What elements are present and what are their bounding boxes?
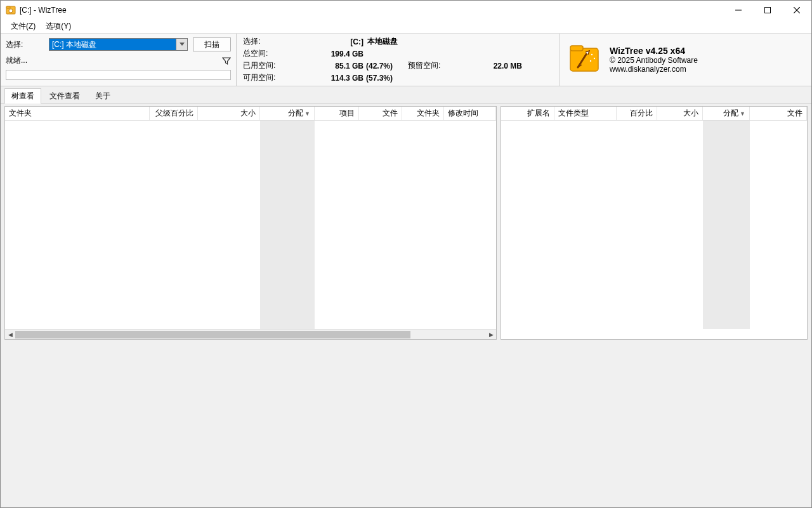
- sort-desc-icon: ▼: [740, 110, 745, 117]
- tab-file-view[interactable]: 文件查看: [43, 88, 87, 104]
- maximize-button[interactable]: [753, 1, 782, 20]
- ext-alloc-column-bg: [703, 121, 750, 329]
- stats-reserved-value: 22.0 MB: [471, 62, 522, 70]
- col-ext-size[interactable]: 大小: [657, 107, 703, 120]
- minimize-button[interactable]: [724, 1, 753, 20]
- stats-select-label: 选择:: [243, 36, 294, 47]
- stats-panel: 选择: [C:] 本地磁盘 总空间: 199.4 GB 已用空间: 85.1 G…: [237, 34, 560, 86]
- status-ready: 就绪...: [6, 55, 27, 66]
- tree-body[interactable]: ◀ ▶: [5, 121, 496, 339]
- progress-bar: [6, 70, 231, 80]
- close-button[interactable]: [782, 1, 811, 20]
- stats-drive-letter: [C:]: [294, 37, 363, 46]
- ext-body[interactable]: [501, 121, 807, 339]
- svg-point-11: [590, 60, 591, 62]
- filter-icon[interactable]: [222, 57, 231, 65]
- stats-reserved-label: 预留空间:: [408, 60, 471, 71]
- brand-url: www.diskanalyzer.com: [610, 65, 698, 74]
- col-folders[interactable]: 文件夹: [402, 107, 444, 120]
- col-folder[interactable]: 文件夹: [5, 107, 150, 120]
- stats-free-label: 可用空间:: [243, 72, 294, 83]
- col-modified[interactable]: 修改时间: [444, 107, 496, 120]
- view-tabs: 树查看 文件查看 关于: [1, 86, 811, 104]
- svg-rect-1: [6, 6, 10, 8]
- menubar: 文件(Z) 选项(Y): [1, 20, 811, 34]
- drive-dropdown[interactable]: [C:] 本地磁盘: [49, 38, 188, 51]
- selection-panel: 选择: [C:] 本地磁盘 扫描 就绪...: [1, 34, 237, 86]
- select-label: 选择:: [6, 39, 44, 50]
- app-icon: [6, 5, 16, 15]
- stats-free-pct: (57.3%): [363, 74, 408, 83]
- treemap-area: [1, 344, 811, 507]
- drive-dropdown-value: [C:] 本地磁盘: [52, 39, 96, 50]
- scroll-right-icon[interactable]: ▶: [486, 330, 496, 340]
- stats-free-value: 114.3 GB: [294, 74, 363, 83]
- sort-desc-icon: ▼: [304, 110, 310, 117]
- col-ext-alloc[interactable]: 分配▼: [703, 107, 750, 120]
- brand-copyright: © 2025 Antibody Software: [610, 56, 698, 65]
- stats-used-pct: (42.7%): [363, 62, 408, 70]
- tree-columns: 文件夹 父级百分比 大小 分配▼ 项目 文件 文件夹 修改时间: [5, 107, 496, 121]
- col-parent-pct[interactable]: 父级百分比: [150, 107, 198, 120]
- wiztree-logo-icon: [566, 42, 602, 77]
- app-window: [C:] - WizTree 文件(Z) 选项(Y) 选择: [C:] 本地磁盘: [0, 0, 812, 508]
- col-alloc[interactable]: 分配▼: [260, 107, 315, 120]
- col-size[interactable]: 大小: [198, 107, 260, 120]
- content-panels: 文件夹 父级百分比 大小 分配▼ 项目 文件 文件夹 修改时间 ◀ ▶: [1, 104, 811, 344]
- alloc-column-bg: [260, 121, 315, 329]
- svg-rect-4: [765, 8, 771, 13]
- chevron-down-icon: [176, 39, 187, 50]
- extension-panel: 扩展名 文件类型 百分比 大小 分配▼ 文件: [501, 106, 808, 340]
- col-type[interactable]: 文件类型: [554, 107, 617, 120]
- scroll-left-icon[interactable]: ◀: [5, 330, 15, 340]
- stats-used-value: 85.1 GB: [294, 62, 363, 70]
- ext-columns: 扩展名 文件类型 百分比 大小 分配▼ 文件: [501, 107, 807, 121]
- brand-panel: WizTree v4.25 x64 © 2025 Antibody Softwa…: [560, 34, 811, 86]
- tab-tree-view[interactable]: 树查看: [4, 88, 41, 104]
- menu-file[interactable]: 文件(Z): [6, 20, 41, 33]
- col-files[interactable]: 文件: [359, 107, 402, 120]
- col-ext[interactable]: 扩展名: [501, 107, 554, 120]
- scroll-thumb[interactable]: [15, 331, 410, 338]
- stats-total-label: 总空间:: [243, 48, 294, 59]
- tab-about[interactable]: 关于: [88, 88, 117, 104]
- brand-title: WizTree v4.25 x64: [610, 46, 698, 56]
- stats-total-value: 199.4 GB: [294, 50, 363, 58]
- svg-point-2: [9, 9, 13, 13]
- menu-options[interactable]: 选项(Y): [41, 20, 76, 33]
- scroll-track[interactable]: [15, 330, 486, 340]
- col-items[interactable]: 项目: [315, 107, 359, 120]
- svg-point-9: [591, 54, 593, 55]
- svg-point-10: [594, 58, 595, 59]
- svg-rect-7: [570, 48, 598, 71]
- svg-rect-8: [570, 46, 583, 51]
- col-ext-files[interactable]: 文件: [750, 107, 807, 120]
- top-info-strip: 选择: [C:] 本地磁盘 扫描 就绪... 选择:: [1, 34, 811, 86]
- col-pct[interactable]: 百分比: [617, 107, 657, 120]
- titlebar: [C:] - WizTree: [1, 1, 811, 20]
- stats-drive-name: 本地磁盘: [363, 36, 522, 47]
- window-title: [C:] - WizTree: [20, 6, 67, 15]
- tree-h-scrollbar[interactable]: ◀ ▶: [5, 329, 496, 339]
- tree-panel: 文件夹 父级百分比 大小 分配▼ 项目 文件 文件夹 修改时间 ◀ ▶: [4, 106, 497, 340]
- stats-used-label: 已用空间:: [243, 60, 294, 71]
- scan-button[interactable]: 扫描: [193, 37, 231, 51]
